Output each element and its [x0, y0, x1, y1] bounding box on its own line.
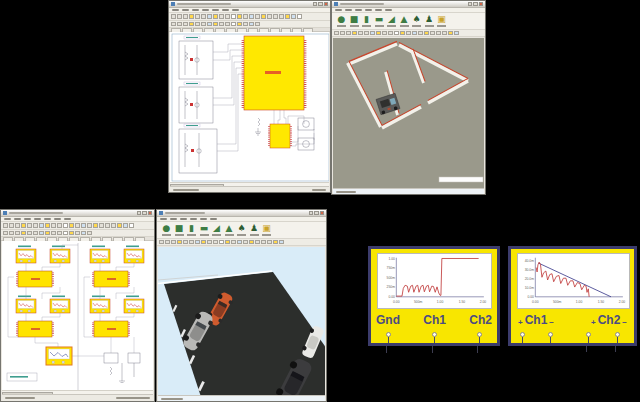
- selected-scope[interactable]: [46, 347, 72, 365]
- sheet-tab[interactable]: [292, 28, 302, 32]
- sheet-tab[interactable]: [259, 28, 269, 32]
- toolbar-button[interactable]: [177, 240, 182, 245]
- viewport-scrollbar[interactable]: [439, 177, 483, 182]
- toolbar-button[interactable]: [243, 14, 248, 19]
- sheet-tab[interactable]: [237, 28, 247, 32]
- sheet-tab[interactable]: [182, 28, 192, 32]
- toolbar-button[interactable]: [39, 231, 44, 236]
- toolbar-button[interactable]: [189, 240, 194, 245]
- sheet-tab[interactable]: [69, 237, 79, 241]
- toolbar-button[interactable]: [207, 14, 212, 19]
- figure-tool-button[interactable]: ♟: [250, 223, 259, 236]
- toolbar-button[interactable]: [231, 240, 236, 245]
- toolbar-button[interactable]: [279, 14, 284, 19]
- close-button[interactable]: [324, 2, 329, 6]
- sheet-tab[interactable]: [215, 28, 225, 32]
- toolbar-button[interactable]: [255, 14, 260, 19]
- menu-item[interactable]: [212, 9, 219, 11]
- ic-block[interactable]: [93, 271, 129, 287]
- toolbar-button[interactable]: [165, 240, 170, 245]
- toolbar-button[interactable]: [183, 240, 188, 245]
- sheet-tab[interactable]: [124, 237, 134, 241]
- toolbar-button[interactable]: [81, 223, 86, 228]
- toolbar-button[interactable]: [394, 31, 399, 36]
- menu-item[interactable]: [180, 218, 187, 220]
- ic-block[interactable]: [17, 321, 53, 337]
- toolbar-button[interactable]: [15, 231, 20, 236]
- titlebar[interactable]: [332, 1, 485, 8]
- maximize-button[interactable]: [318, 2, 323, 6]
- toolbar-button[interactable]: [201, 22, 206, 27]
- toolbar-button[interactable]: [267, 240, 272, 245]
- sphere-tool-button[interactable]: ●: [337, 14, 346, 27]
- slab-tool-button[interactable]: ▬: [200, 223, 209, 236]
- sheet-tab[interactable]: [3, 237, 13, 241]
- toolbar-button[interactable]: [15, 223, 20, 228]
- toolbar-button[interactable]: [129, 223, 134, 228]
- cube-tool-button[interactable]: ■: [175, 223, 184, 236]
- toolbar-button[interactable]: [57, 231, 62, 236]
- toolbar-button[interactable]: [213, 22, 218, 27]
- sheet-tab[interactable]: [47, 237, 57, 241]
- toolbar-button[interactable]: [400, 31, 405, 36]
- toolbar-button[interactable]: [243, 22, 248, 27]
- menu-item[interactable]: [232, 9, 239, 11]
- toolbar-button[interactable]: [75, 223, 80, 228]
- toolbar-button[interactable]: [273, 240, 278, 245]
- toolbar-button[interactable]: [352, 31, 357, 36]
- toolbar-button[interactable]: [9, 223, 14, 228]
- toolbar-button[interactable]: [33, 231, 38, 236]
- menu-item[interactable]: [345, 9, 352, 11]
- toolbar-button[interactable]: [237, 14, 242, 19]
- toolbar-button[interactable]: [9, 231, 14, 236]
- toolbar-button[interactable]: [3, 223, 8, 228]
- menu-item[interactable]: [335, 9, 342, 11]
- close-button[interactable]: [479, 2, 484, 6]
- toolbar-button[interactable]: [39, 223, 44, 228]
- sphere-tool-button[interactable]: ●: [162, 223, 171, 236]
- toolbar-button[interactable]: [195, 14, 200, 19]
- toolbar-button[interactable]: [291, 14, 296, 19]
- toolbar-button[interactable]: [171, 22, 176, 27]
- toolbar-button[interactable]: [412, 31, 417, 36]
- toolbar-button[interactable]: [418, 31, 423, 36]
- toolbar-button[interactable]: [51, 231, 56, 236]
- menu-item[interactable]: [170, 218, 177, 220]
- wedge-tool-button[interactable]: ◢: [212, 223, 221, 236]
- toolbar-button[interactable]: [201, 14, 206, 19]
- toolbar-button[interactable]: [111, 223, 116, 228]
- toolbar-button[interactable]: [430, 31, 435, 36]
- sheet-tab[interactable]: [204, 28, 214, 32]
- toolbar-button[interactable]: [225, 14, 230, 19]
- toolbar-button[interactable]: [388, 31, 393, 36]
- wedge-tool-button[interactable]: ◢: [387, 14, 396, 27]
- toolbar-button[interactable]: [21, 223, 26, 228]
- material-tool-button[interactable]: ▣: [437, 14, 446, 27]
- minimize-button[interactable]: [137, 211, 142, 215]
- ic-block[interactable]: [93, 321, 129, 337]
- toolbar-button[interactable]: [171, 240, 176, 245]
- schematic-canvas[interactable]: [170, 32, 329, 184]
- toolbar-button[interactable]: [177, 22, 182, 27]
- cylinder-tool-button[interactable]: ▮: [187, 223, 196, 236]
- toolbar-button[interactable]: [249, 14, 254, 19]
- toolbar-button[interactable]: [51, 223, 56, 228]
- figure-tool-button[interactable]: ♟: [425, 14, 434, 27]
- tree-tool-button[interactable]: ♠: [237, 223, 246, 236]
- sheet-tab[interactable]: [113, 237, 123, 241]
- toolbar-button[interactable]: [424, 31, 429, 36]
- slab-tool-button[interactable]: ▬: [375, 14, 384, 27]
- sheet-tab[interactable]: [303, 28, 313, 32]
- toolbar-button[interactable]: [45, 231, 50, 236]
- maximize-button[interactable]: [473, 2, 478, 6]
- sheet-tab[interactable]: [135, 237, 145, 241]
- toolbar-button[interactable]: [279, 240, 284, 245]
- menu-item[interactable]: [192, 9, 199, 11]
- menu-item[interactable]: [34, 218, 41, 220]
- toolbar-button[interactable]: [195, 240, 200, 245]
- mini-scope[interactable]: [16, 299, 36, 313]
- close-button[interactable]: [320, 211, 325, 215]
- toolbar-button[interactable]: [87, 223, 92, 228]
- minimize-button[interactable]: [468, 2, 473, 6]
- menu-item[interactable]: [44, 218, 51, 220]
